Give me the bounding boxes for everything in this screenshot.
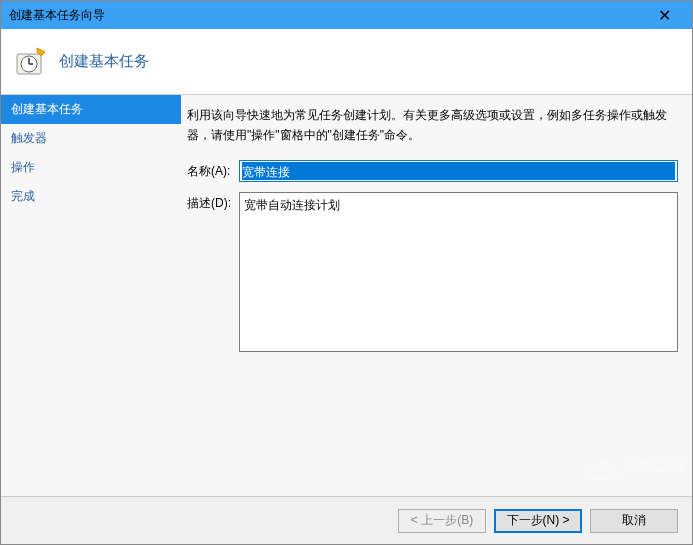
wizard-body: 创建基本任务 触发器 操作 完成 利用该向导快速地为常见任务创建计划。有关更多高… (1, 95, 692, 496)
wizard-window: 创建基本任务向导 ✕ 创建基本任务 创建基本任务 触发器 操作 (0, 0, 693, 545)
next-button[interactable]: 下一步(N) > (494, 509, 582, 533)
sidebar-item-finish[interactable]: 完成 (1, 182, 181, 211)
name-label: 名称(A): (187, 160, 239, 180)
description-row: 描述(D): (187, 192, 678, 352)
sidebar-item-label: 操作 (11, 160, 35, 174)
name-row: 名称(A): 宽带连接 (187, 160, 678, 182)
content-panel: 利用该向导快速地为常见任务创建计划。有关更多高级选项或设置，例如多任务操作或触发… (181, 95, 692, 496)
name-input[interactable]: 宽带连接 (239, 160, 678, 182)
cancel-button[interactable]: 取消 (590, 509, 678, 533)
description-label: 描述(D): (187, 192, 239, 212)
sidebar-item-action[interactable]: 操作 (1, 153, 181, 182)
clock-icon (15, 46, 47, 78)
sidebar-item-trigger[interactable]: 触发器 (1, 124, 181, 153)
wizard-description: 利用该向导快速地为常见任务创建计划。有关更多高级选项或设置，例如多任务操作或触发… (187, 105, 678, 146)
close-icon: ✕ (658, 6, 671, 25)
sidebar-item-label: 创建基本任务 (11, 102, 83, 116)
back-button: < 上一步(B) (398, 509, 486, 533)
sidebar: 创建基本任务 触发器 操作 完成 (1, 95, 181, 496)
sidebar-item-create-task[interactable]: 创建基本任务 (1, 95, 181, 124)
sidebar-item-label: 完成 (11, 189, 35, 203)
wizard-header: 创建基本任务 (1, 29, 692, 95)
header-title: 创建基本任务 (59, 52, 149, 71)
titlebar: 创建基本任务向导 ✕ (1, 1, 692, 29)
sidebar-item-label: 触发器 (11, 131, 47, 145)
name-value-selected: 宽带连接 (242, 162, 675, 180)
footer: < 上一步(B) 下一步(N) > 取消 (1, 496, 692, 544)
close-button[interactable]: ✕ (644, 1, 684, 29)
window-title: 创建基本任务向导 (9, 7, 644, 24)
description-textarea[interactable] (239, 192, 678, 352)
